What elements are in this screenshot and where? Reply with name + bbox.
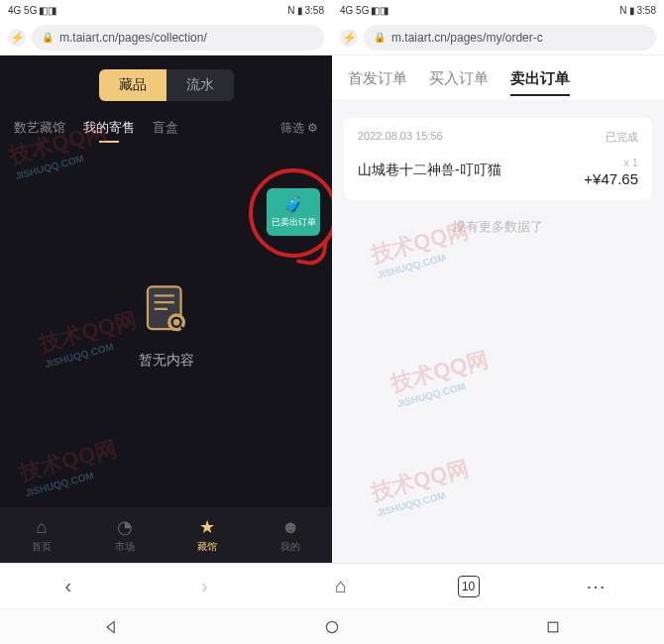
sold-orders-button[interactable]: 🧳 已卖出订单 <box>267 188 320 236</box>
home-button[interactable]: ⌂ <box>321 575 361 597</box>
sys-home-button[interactable] <box>324 619 340 635</box>
filter-icon: ⚙ <box>307 121 318 135</box>
bottom-nav: ⌂首页 ◔市场 ★藏馆 ☻我的 <box>0 507 332 563</box>
subtab-blindbox[interactable]: 盲盒 <box>153 119 178 137</box>
system-nav <box>0 608 664 644</box>
tab-collection[interactable]: 藏品 <box>99 69 166 101</box>
empty-text: 暂无内容 <box>139 352 194 370</box>
browser-toolbar: ‹ › ⌂ 10 ⋯ <box>0 563 664 608</box>
sys-recent-button[interactable] <box>545 619 561 635</box>
battery-icon: ▮ <box>297 5 303 16</box>
filter-button[interactable]: 筛选 ⚙ <box>280 120 318 137</box>
subtab-gallery[interactable]: 数艺藏馆 <box>14 119 65 137</box>
lock-icon: 🔒 <box>42 32 54 43</box>
forward-button[interactable]: › <box>184 575 224 597</box>
order-title: 山城巷十二神兽-叮叮猫 <box>358 161 501 179</box>
sold-orders-label: 已卖出订单 <box>272 216 316 229</box>
order-tabs: 首发订单 买入订单 卖出订单 <box>332 55 664 100</box>
home-icon: ⌂ <box>36 517 47 538</box>
order-price: +¥47.65 <box>584 170 638 187</box>
order-time: 2022.08.03 15:56 <box>358 130 443 145</box>
briefcase-icon: 🧳 <box>283 195 303 214</box>
subtab-consign[interactable]: 我的寄售 <box>83 119 135 137</box>
url-bar[interactable]: ⚡ 🔒 m.taiart.cn/pages/my/order-c <box>332 20 664 55</box>
tabs-button[interactable]: 10 <box>458 576 480 597</box>
lock-icon: 🔒 <box>374 32 386 43</box>
url-field[interactable]: 🔒 m.taiart.cn/pages/my/order-c <box>364 25 656 51</box>
nav-market[interactable]: ◔市场 <box>115 516 135 554</box>
menu-button[interactable]: ⋯ <box>576 575 615 598</box>
tab-first-orders[interactable]: 首发订单 <box>348 69 407 88</box>
lightning-icon: ⚡ <box>8 29 26 47</box>
url-text: m.taiart.cn/pages/my/order-c <box>391 31 543 45</box>
url-text: m.taiart.cn/pages/collection/ <box>59 31 207 45</box>
tab-flow[interactable]: 流水 <box>166 69 234 101</box>
top-tabs: 藏品 流水 <box>0 55 332 111</box>
order-status: 已完成 <box>606 130 638 145</box>
tab-sell-orders[interactable]: 卖出订单 <box>510 69 570 88</box>
sys-back-button[interactable] <box>103 619 119 635</box>
person-icon: ☻ <box>281 517 300 538</box>
svg-rect-8 <box>549 622 559 632</box>
tab-buy-orders[interactable]: 买入订单 <box>429 69 489 88</box>
status-bar: 4G 5G◧◨ N ▮ 3:58 <box>0 0 332 20</box>
nav-home[interactable]: ⌂首页 <box>32 517 52 554</box>
svg-line-6 <box>180 327 184 331</box>
nav-collection[interactable]: ★藏馆 <box>197 516 217 554</box>
star-icon: ★ <box>199 516 215 538</box>
nfc-icon: N <box>287 5 294 16</box>
lightning-icon: ⚡ <box>340 29 358 47</box>
document-search-icon <box>139 282 194 338</box>
order-qty: x 1 <box>623 157 638 168</box>
url-bar[interactable]: ⚡ 🔒 m.taiart.cn/pages/collection/ <box>0 20 332 55</box>
market-icon: ◔ <box>117 516 133 538</box>
back-button[interactable]: ‹ <box>49 575 88 597</box>
nav-mine[interactable]: ☻我的 <box>280 517 300 554</box>
url-field[interactable]: 🔒 m.taiart.cn/pages/collection/ <box>32 25 324 51</box>
nfc-icon: N <box>619 5 626 16</box>
order-card[interactable]: 2022.08.03 15:56 已完成 山城巷十二神兽-叮叮猫 x 1 +¥4… <box>344 118 652 200</box>
sub-tabs: 数艺藏馆 我的寄售 盲盒 筛选 ⚙ <box>0 111 332 145</box>
no-more-text: 没有更多数据了 <box>332 200 664 254</box>
battery-icon: ▮ <box>629 5 635 16</box>
svg-point-7 <box>326 621 337 632</box>
status-bar: 4G 5G◧◨ N ▮ 3:58 <box>332 0 664 20</box>
